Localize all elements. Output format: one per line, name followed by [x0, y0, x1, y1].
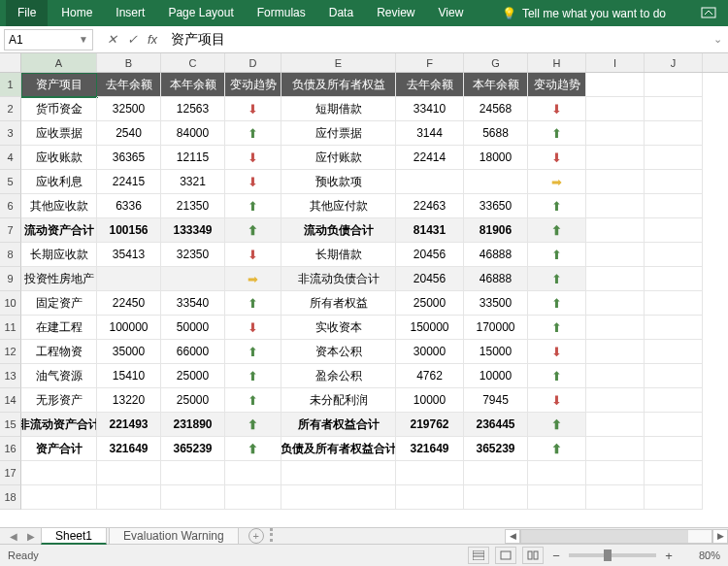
cell[interactable]: 10000 — [464, 364, 528, 388]
cell[interactable] — [645, 388, 703, 413]
cell[interactable]: ⬆ — [225, 413, 281, 437]
cell[interactable]: ⬆ — [528, 364, 586, 388]
cell[interactable] — [21, 461, 97, 485]
cell[interactable]: 81906 — [464, 218, 528, 243]
cell[interactable]: ⬆ — [528, 437, 586, 461]
chevron-down-icon[interactable]: ▼ — [79, 34, 88, 45]
cell[interactable]: 22463 — [396, 194, 464, 218]
cell[interactable]: 32350 — [161, 243, 225, 267]
cell[interactable]: ⬆ — [225, 194, 281, 218]
cell[interactable]: ⬇ — [225, 243, 281, 267]
cell[interactable] — [586, 97, 645, 121]
cell[interactable]: 33650 — [464, 194, 528, 218]
enter-icon[interactable]: ✓ — [127, 32, 138, 47]
ribbon-tab-page-layout[interactable]: Page Layout — [156, 0, 245, 26]
cell[interactable] — [645, 413, 703, 437]
row-header[interactable]: 4 — [0, 146, 21, 170]
cell[interactable]: 46888 — [464, 267, 528, 291]
cell[interactable]: 46888 — [464, 243, 528, 267]
cell[interactable]: 长期应收款 — [21, 243, 97, 267]
cell[interactable] — [161, 267, 225, 291]
cell[interactable]: ⬆ — [528, 413, 586, 437]
cell[interactable]: 实收资本 — [281, 316, 396, 340]
cell[interactable]: 应付账款 — [281, 146, 396, 170]
cell[interactable]: 100156 — [97, 218, 161, 243]
zoom-slider[interactable] — [569, 553, 656, 557]
cell[interactable]: ⬆ — [528, 267, 586, 291]
cell[interactable]: 18000 — [464, 146, 528, 170]
cell[interactable] — [21, 485, 97, 510]
cell[interactable] — [225, 485, 281, 510]
cell[interactable]: 36365 — [97, 146, 161, 170]
cell[interactable]: ⬆ — [225, 364, 281, 388]
table-header-cell[interactable]: 去年余额 — [396, 73, 464, 97]
cell[interactable]: ⬆ — [225, 340, 281, 364]
cell[interactable]: ⬇ — [528, 97, 586, 121]
cell[interactable]: 应付票据 — [281, 121, 396, 146]
cell[interactable]: 7945 — [464, 388, 528, 413]
cell[interactable] — [464, 485, 528, 510]
cell[interactable] — [645, 340, 703, 364]
cell[interactable]: 170000 — [464, 316, 528, 340]
select-all-corner[interactable] — [0, 53, 21, 73]
formula-input[interactable] — [165, 29, 707, 50]
cell[interactable]: 84000 — [161, 121, 225, 146]
row-header[interactable]: 9 — [0, 267, 21, 291]
cell[interactable]: 35000 — [97, 340, 161, 364]
column-header[interactable]: G — [464, 53, 528, 72]
zoom-value[interactable]: 80% — [681, 549, 720, 561]
row-header[interactable]: 17 — [0, 461, 21, 485]
cell[interactable] — [586, 170, 645, 194]
cell[interactable]: 非流动资产合计 — [21, 413, 97, 437]
cell[interactable]: 5688 — [464, 121, 528, 146]
cell[interactable] — [586, 121, 645, 146]
zoom-in-button[interactable]: + — [662, 549, 676, 563]
name-box[interactable]: A1 ▼ — [4, 29, 93, 50]
cell[interactable] — [586, 194, 645, 218]
cell[interactable]: ⬇ — [225, 316, 281, 340]
cell[interactable] — [586, 364, 645, 388]
zoom-out-button[interactable]: − — [549, 549, 563, 563]
cell[interactable]: ⬆ — [225, 121, 281, 146]
cell[interactable] — [464, 461, 528, 485]
cell[interactable]: 21350 — [161, 194, 225, 218]
cell[interactable]: 3321 — [161, 170, 225, 194]
row-header[interactable]: 11 — [0, 316, 21, 340]
sheet-nav-prev-icon[interactable]: ◀ — [6, 531, 21, 542]
sheet-nav-next-icon[interactable]: ▶ — [23, 531, 39, 542]
cell[interactable]: 81431 — [396, 218, 464, 243]
cell[interactable] — [645, 485, 703, 510]
cell[interactable] — [396, 461, 464, 485]
cell[interactable]: 22414 — [396, 146, 464, 170]
row-header[interactable]: 3 — [0, 121, 21, 146]
row-header[interactable]: 6 — [0, 194, 21, 218]
cell[interactable]: 未分配利润 — [281, 388, 396, 413]
cell[interactable] — [645, 146, 703, 170]
cell[interactable]: ⬆ — [225, 218, 281, 243]
tell-me-input[interactable]: Tell me what you want to do — [522, 7, 666, 20]
row-header[interactable]: 1 — [0, 73, 21, 97]
cell[interactable] — [645, 267, 703, 291]
cell[interactable] — [586, 413, 645, 437]
cell[interactable]: 应收账款 — [21, 146, 97, 170]
row-header[interactable]: 16 — [0, 437, 21, 461]
row-header[interactable]: 8 — [0, 243, 21, 267]
cell[interactable]: 22415 — [97, 170, 161, 194]
row-header[interactable]: 5 — [0, 170, 21, 194]
page-layout-view-icon[interactable] — [495, 547, 516, 564]
ribbon-tab-insert[interactable]: Insert — [104, 0, 156, 26]
cell[interactable]: 所有者权益合计 — [281, 413, 396, 437]
table-header-cell[interactable]: 去年余额 — [97, 73, 161, 97]
cell[interactable]: 25000 — [161, 364, 225, 388]
column-header[interactable]: E — [281, 53, 396, 72]
cell[interactable]: 20456 — [396, 243, 464, 267]
row-header[interactable]: 13 — [0, 364, 21, 388]
horizontal-scrollbar[interactable]: ◀ ▶ — [505, 528, 728, 545]
cell[interactable]: ➡ — [528, 170, 586, 194]
cell[interactable]: 13220 — [97, 388, 161, 413]
table-header-cell[interactable]: 本年余额 — [464, 73, 528, 97]
cell[interactable]: 3144 — [396, 121, 464, 146]
cell[interactable] — [586, 316, 645, 340]
cell[interactable]: 365239 — [161, 437, 225, 461]
cell[interactable]: 非流动负债合计 — [281, 267, 396, 291]
